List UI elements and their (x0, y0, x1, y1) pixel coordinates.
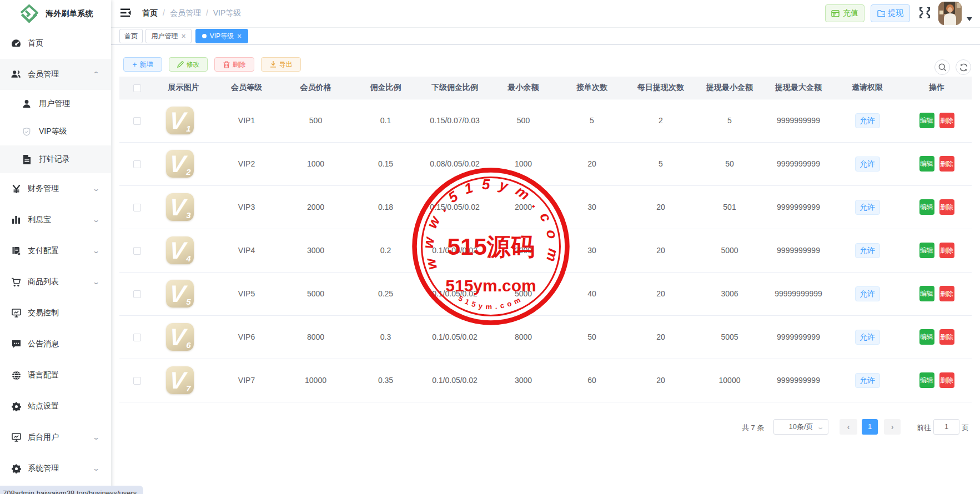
svg-text:515ym.com: 515ym.com (457, 294, 525, 311)
svg-text:515源码: 515源码 (447, 233, 535, 260)
svg-text:515ym.com: 515ym.com (445, 276, 536, 295)
